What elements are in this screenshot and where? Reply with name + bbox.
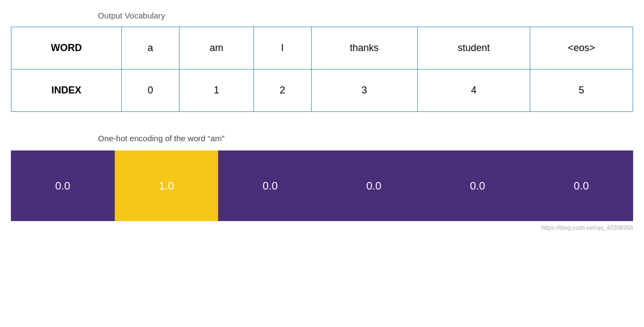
onehot-title: One-hot encoding of the word “am” xyxy=(98,134,633,143)
table-cell: 1 xyxy=(179,70,254,112)
table-cell: 5 xyxy=(530,70,633,112)
vocab-table-title: Output Vocabulary xyxy=(98,11,633,20)
table-cell: am xyxy=(179,27,254,70)
onehot-cell: 0.0 xyxy=(426,150,530,221)
table-cell: <eos> xyxy=(530,27,633,70)
table-cell: 0 xyxy=(122,70,179,112)
table-cell: 3 xyxy=(311,70,417,112)
onehot-cell: 0.0 xyxy=(11,150,115,221)
watermark: https://blog.csdn.net/qq_42208268 xyxy=(5,224,639,231)
word-label: WORD xyxy=(11,27,122,70)
table-cell: student xyxy=(417,27,530,70)
onehot-cell: 1.0 xyxy=(115,150,219,221)
table-cell: thanks xyxy=(311,27,417,70)
vocab-table-section: Output Vocabulary WORDaamIthanksstudent<… xyxy=(11,11,633,112)
vocab-table: WORDaamIthanksstudent<eos>INDEX012345 xyxy=(11,27,633,112)
onehot-cell: 0.0 xyxy=(322,150,426,221)
table-cell: a xyxy=(122,27,179,70)
table-cell: 4 xyxy=(417,70,530,112)
index-label: INDEX xyxy=(11,70,122,112)
onehot-bar: 0.01.00.00.00.00.0 xyxy=(11,150,633,221)
table-cell: 2 xyxy=(253,70,311,112)
table-cell: I xyxy=(253,27,311,70)
onehot-cell: 0.0 xyxy=(529,150,633,221)
table-row: WORDaamIthanksstudent<eos> xyxy=(11,27,633,70)
table-row: INDEX012345 xyxy=(11,70,633,112)
onehot-cell: 0.0 xyxy=(218,150,322,221)
onehot-section: One-hot encoding of the word “am” 0.01.0… xyxy=(11,134,633,221)
